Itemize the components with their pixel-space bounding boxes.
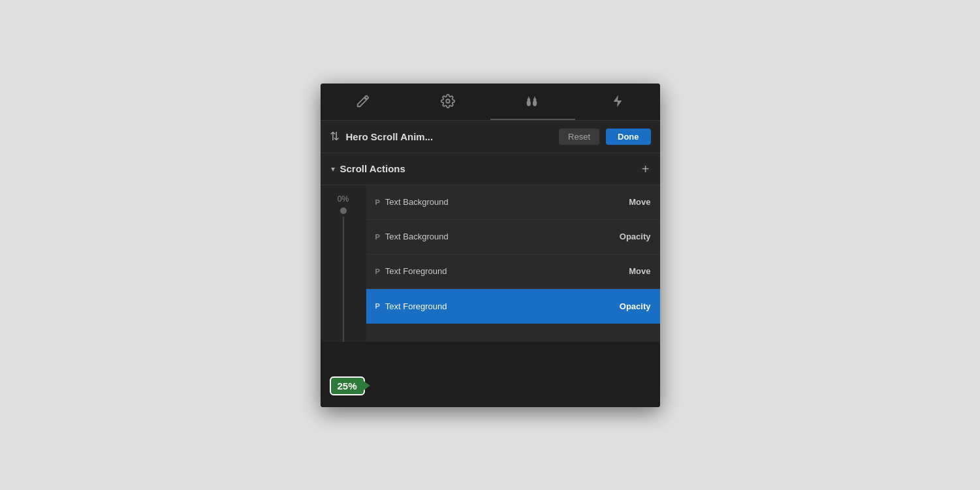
action-type-1: Move — [629, 197, 650, 207]
action-row-2[interactable]: P Text Background Opacity — [366, 220, 660, 254]
timeline-line — [343, 217, 344, 342]
tab-brush[interactable] — [321, 84, 405, 120]
drops-icon — [524, 94, 542, 108]
gear-icon — [441, 94, 455, 108]
action-row-1[interactable]: P Text Background Move — [366, 185, 660, 220]
timeline-track: 0% — [321, 185, 366, 342]
tab-gear[interactable] — [405, 84, 490, 120]
tab-bar — [321, 84, 660, 121]
animation-title: Hero Scroll Anim... — [346, 131, 553, 142]
action-icon-2: P — [375, 233, 380, 241]
action-name-4: Text Foreground — [385, 301, 620, 311]
action-rows-list: P Text Background Move P Text Background… — [366, 185, 660, 342]
action-type-3: Move — [629, 266, 650, 276]
percent-badge[interactable]: 25% — [330, 376, 365, 395]
action-type-4: Opacity — [620, 301, 651, 311]
reset-button[interactable]: Reset — [559, 129, 599, 145]
sort-arrows-icon: ⇅ — [330, 129, 340, 144]
action-row-4[interactable]: P Text Foreground Opacity — [366, 289, 660, 324]
svg-point-0 — [446, 99, 450, 103]
action-icon-3: P — [375, 268, 380, 275]
done-button[interactable]: Done — [606, 129, 651, 145]
actions-area: 0% P Text Background Move P Text Backgro… — [321, 185, 660, 342]
bolt-icon — [612, 94, 624, 108]
action-name-2: Text Background — [385, 232, 620, 241]
action-row-3[interactable]: P Text Foreground Move — [366, 254, 660, 289]
section-title: Scroll Actions — [340, 163, 642, 174]
action-name-3: Text Foreground — [385, 266, 629, 276]
timeline-label: 0% — [338, 194, 349, 204]
collapse-chevron-icon[interactable]: ▾ — [331, 164, 335, 174]
main-panel: ⇅ Hero Scroll Anim... Reset Done ▾ Scrol… — [321, 84, 660, 407]
action-icon-1: P — [375, 198, 380, 206]
bottom-area: 25% — [321, 342, 660, 407]
add-action-button[interactable]: + — [642, 162, 650, 176]
action-type-2: Opacity — [620, 232, 651, 241]
action-name-1: Text Background — [385, 197, 629, 207]
action-icon-4: P — [375, 302, 380, 310]
tab-bolt[interactable] — [575, 84, 660, 120]
brush-icon — [356, 94, 370, 108]
svg-marker-5 — [613, 95, 622, 106]
timeline-dot — [340, 207, 347, 214]
scroll-actions-section-header: ▾ Scroll Actions + — [321, 153, 660, 185]
tab-drops[interactable] — [490, 84, 575, 120]
header-row: ⇅ Hero Scroll Anim... Reset Done — [321, 121, 660, 153]
